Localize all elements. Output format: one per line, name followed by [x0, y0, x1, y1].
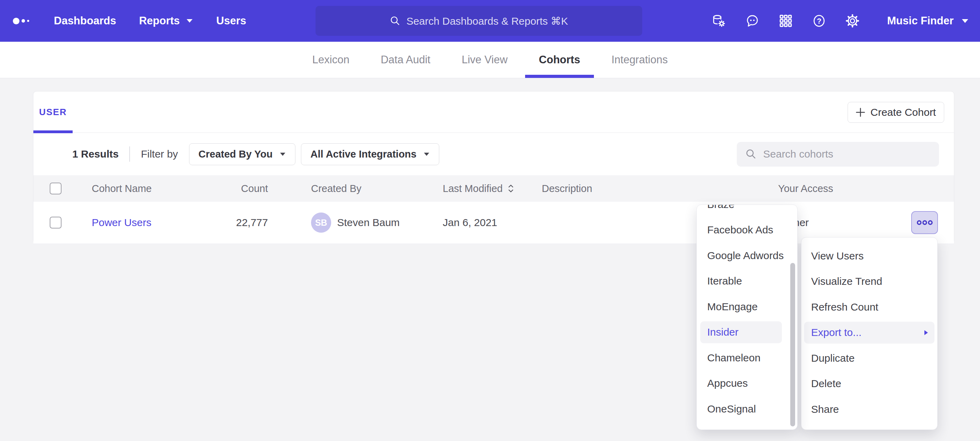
menu-item-view-users[interactable]: View Users: [801, 243, 937, 269]
submenu-item-chameleon[interactable]: Chameleon: [697, 345, 797, 371]
results-count: 1 Results: [72, 148, 118, 160]
menu-item-duplicate[interactable]: Duplicate: [801, 345, 937, 371]
tab-user-cohorts[interactable]: USER: [33, 91, 73, 133]
column-header-description[interactable]: Description: [542, 175, 592, 202]
created-by-filter-dropdown[interactable]: Created By You: [189, 143, 295, 165]
nav-item-reports[interactable]: Reports: [139, 14, 193, 27]
submenu-arrow-icon: [924, 330, 928, 336]
export-destinations-list: Braze Facebook Ads Google Adwords Iterab…: [697, 205, 797, 422]
app: Dashboards Reports Users Search Dashboar…: [0, 0, 980, 441]
nav-item-reports-label: Reports: [139, 14, 180, 27]
menu-item-share-label: Share: [801, 396, 937, 422]
row-context-menu: View Users Visualize Trend Refresh Count…: [801, 237, 938, 430]
tab-live-view-label: Live View: [461, 54, 508, 66]
sort-icon: [507, 184, 515, 193]
row-more-actions-button[interactable]: [911, 211, 938, 234]
tab-lexicon-label: Lexicon: [312, 54, 350, 66]
submenu-item-braze-label: Braze: [697, 205, 797, 217]
create-cohort-label: Create Cohort: [870, 106, 936, 118]
top-nav-right: ? Music Finder: [712, 14, 969, 28]
help-icon[interactable]: ?: [812, 14, 826, 28]
tab-cohorts-label: Cohorts: [539, 54, 581, 66]
created-by-filter-value: Created By You: [199, 149, 272, 160]
row-checkbox[interactable]: [50, 217, 62, 228]
filter-bar: 1 Results Filter by Created By You All A…: [33, 133, 954, 175]
cohorts-card: USER Create Cohort 1 Results Filter by C…: [33, 91, 954, 243]
feedback-icon[interactable]: [745, 14, 759, 28]
submenu-item-facebook-ads[interactable]: Facebook Ads: [697, 217, 797, 243]
top-nav-menu: Dashboards Reports Users: [54, 14, 247, 27]
submenu-scrollbar[interactable]: [790, 263, 795, 427]
chevron-down-icon: [186, 18, 193, 23]
plus-icon: [856, 108, 865, 117]
project-name: Music Finder: [887, 14, 954, 27]
row-context-menu-list: View Users Visualize Trend Refresh Count…: [801, 243, 937, 422]
tab-data-audit[interactable]: Data Audit: [367, 42, 444, 78]
submenu-item-onesignal-label: OneSignal: [697, 396, 797, 422]
menu-item-delete[interactable]: Delete: [801, 371, 937, 397]
cohort-name-link[interactable]: Power Users: [92, 217, 151, 228]
submenu-item-iterable-label: Iterable: [697, 268, 797, 294]
menu-item-share[interactable]: Share: [801, 396, 937, 422]
submenu-item-google-adwords-label: Google Adwords: [697, 243, 797, 268]
logo-dot-large: [13, 18, 19, 24]
integrations-filter-dropdown[interactable]: All Active Integrations: [301, 143, 439, 165]
tab-user-cohorts-label: USER: [39, 107, 67, 118]
menu-item-export-to[interactable]: Export to...: [801, 320, 937, 346]
tab-integrations[interactable]: Integrations: [597, 42, 681, 78]
tab-integrations-label: Integrations: [611, 54, 668, 66]
cohort-type-header: USER Create Cohort: [33, 91, 954, 133]
column-header-count[interactable]: Count: [179, 175, 268, 202]
tab-lexicon[interactable]: Lexicon: [299, 42, 363, 78]
apps-grid-icon[interactable]: [779, 14, 793, 28]
filter-by-label: Filter by: [141, 148, 178, 160]
project-switcher[interactable]: Music Finder: [887, 14, 969, 27]
settings-gear-icon[interactable]: [845, 14, 859, 28]
nav-item-users[interactable]: Users: [216, 14, 246, 27]
global-search-bar[interactable]: Search Dashboards & Reports ⌘K: [315, 6, 642, 36]
column-header-created-by[interactable]: Created By: [311, 175, 361, 202]
more-actions-icon: [916, 219, 933, 226]
column-header-your-access[interactable]: Your Access: [778, 175, 834, 202]
avatar: SB: [311, 213, 331, 233]
submenu-item-onesignal[interactable]: OneSignal: [697, 396, 797, 422]
cohort-search-input[interactable]: [763, 148, 931, 160]
mixpanel-logo-icon[interactable]: [13, 18, 54, 24]
create-cohort-button[interactable]: Create Cohort: [848, 102, 944, 123]
select-all-checkbox[interactable]: [50, 182, 62, 195]
tab-live-view[interactable]: Live View: [448, 42, 521, 78]
submenu-item-facebook-ads-label: Facebook Ads: [697, 217, 797, 243]
section-tabs: Lexicon Data Audit Live View Cohorts Int…: [0, 42, 980, 78]
created-by-cell: SB Steven Baum: [311, 202, 399, 243]
search-icon: [745, 148, 757, 160]
column-header-cohort-name[interactable]: Cohort Name: [92, 175, 151, 202]
global-search-placeholder: Search Dashboards & Reports ⌘K: [406, 15, 568, 27]
submenu-item-appcues[interactable]: Appcues: [697, 371, 797, 396]
divider: [129, 146, 130, 162]
menu-item-refresh-count[interactable]: Refresh Count: [801, 294, 937, 320]
submenu-item-chameleon-label: Chameleon: [697, 345, 797, 371]
chevron-down-icon: [423, 152, 430, 157]
logo-dot-medium: [22, 19, 25, 22]
nav-item-dashboards[interactable]: Dashboards: [54, 14, 116, 27]
data-settings-icon[interactable]: [712, 14, 726, 28]
creator-name: Steven Baum: [337, 217, 399, 228]
svg-text:?: ?: [817, 17, 821, 26]
last-modified-cell: Jan 6, 2021: [443, 202, 497, 243]
submenu-item-braze[interactable]: Braze: [697, 205, 797, 217]
cohort-search-field[interactable]: [737, 142, 939, 166]
submenu-item-moengage-label: MoEngage: [697, 294, 797, 320]
tab-cohorts[interactable]: Cohorts: [525, 42, 594, 78]
menu-item-export-to-label: Export to...: [811, 327, 862, 339]
submenu-item-insider-label: Insider: [700, 321, 782, 343]
submenu-item-iterable[interactable]: Iterable: [697, 268, 797, 294]
submenu-item-google-adwords[interactable]: Google Adwords: [697, 243, 797, 268]
cohort-count: 22,777: [179, 202, 268, 243]
export-destinations-submenu: Braze Facebook Ads Google Adwords Iterab…: [697, 205, 797, 430]
menu-item-visualize-trend[interactable]: Visualize Trend: [801, 269, 937, 295]
logo-dot-small: [27, 20, 29, 22]
submenu-item-moengage[interactable]: MoEngage: [697, 294, 797, 320]
menu-item-refresh-count-label: Refresh Count: [801, 294, 937, 320]
submenu-item-insider[interactable]: Insider: [697, 320, 797, 345]
column-header-last-modified[interactable]: Last Modified: [443, 175, 515, 202]
